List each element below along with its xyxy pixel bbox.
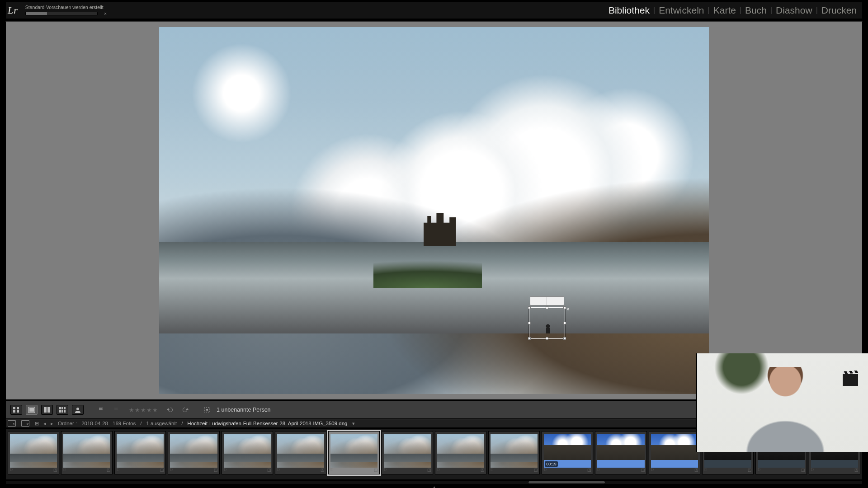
thumb-flag-icon[interactable]: ⚐ <box>543 468 547 474</box>
face-name-input-last[interactable] <box>547 297 564 305</box>
breadcrumb-folder[interactable]: 2018-04-28 <box>81 421 108 426</box>
activity-label: Standard-Vorschauen werden erstellt <box>25 5 104 10</box>
thumb-badge-icon[interactable]: ◳ <box>854 468 859 474</box>
thumb-badge-icon[interactable]: ◳ <box>53 468 57 474</box>
thumb-badge-icon[interactable]: ◳ <box>694 468 698 474</box>
thumb-flag-icon[interactable]: ⚐ <box>223 468 227 474</box>
rotate-cw-button[interactable] <box>179 405 191 415</box>
breadcrumb-menu[interactable]: ▾ <box>352 421 355 427</box>
nav-fwd-icon[interactable]: ▸ <box>51 421 53 427</box>
draw-face-region-button[interactable] <box>201 405 213 415</box>
thumb-flag-icon[interactable]: ⚐ <box>437 468 440 474</box>
thumbnail[interactable]: ⚐◳ <box>435 431 486 474</box>
thumbnail[interactable]: ⚐◳ <box>649 431 700 474</box>
activity-cancel-button[interactable]: × <box>104 11 107 16</box>
module-entwickeln[interactable]: Entwickeln <box>656 5 707 16</box>
view-loupe-button[interactable] <box>26 405 38 415</box>
thumb-flag-icon[interactable]: ⚐ <box>170 468 173 474</box>
module-karte[interactable]: Karte <box>711 5 739 16</box>
thumb-flag-icon[interactable]: ⚐ <box>757 468 761 474</box>
module-drucken[interactable]: Drucken <box>819 5 859 16</box>
rotate-ccw-button[interactable] <box>164 405 176 415</box>
thumb-flag-icon[interactable]: ⚐ <box>651 468 654 474</box>
thumbnail[interactable]: ⚐◳ <box>275 431 326 474</box>
thumb-flag-icon[interactable]: ⚐ <box>597 468 600 474</box>
svg-rect-0 <box>13 407 15 409</box>
thumbnail[interactable]: ⚐◳ <box>595 431 646 474</box>
secondary-monitor-button[interactable]: 2 <box>21 420 29 427</box>
thumb-badge-icon[interactable]: ◳ <box>534 468 538 474</box>
thumbnail[interactable]: ⚐◳ <box>382 431 433 474</box>
photo-scene-island <box>373 229 482 288</box>
rating-star-5[interactable]: ★ <box>152 407 158 413</box>
thumb-badge-icon[interactable]: ◳ <box>214 468 218 474</box>
thumb-badge-icon[interactable]: ◳ <box>748 468 752 474</box>
face-name-input-group[interactable] <box>530 296 564 305</box>
thumb-flag-icon[interactable]: ⚐ <box>330 468 334 474</box>
thumb-badge-icon[interactable]: ◳ <box>801 468 805 474</box>
thumbnail[interactable]: 00:19⚐◳ <box>542 431 593 474</box>
thumb-badge-icon[interactable]: ◳ <box>267 468 271 474</box>
thumb-badge-icon[interactable]: ◳ <box>427 468 431 474</box>
breadcrumb-count: 169 Fotos <box>113 421 136 426</box>
rating-star-3[interactable]: ★ <box>141 407 146 413</box>
svg-rect-2 <box>13 410 15 413</box>
primary-monitor-button[interactable]: 1 <box>8 420 16 427</box>
photo-subject-figure <box>543 324 552 334</box>
thumb-flag-icon[interactable]: ⚐ <box>9 468 13 474</box>
rating-star-2[interactable]: ★ <box>135 407 140 413</box>
thumb-badge-icon[interactable]: ◳ <box>587 468 591 474</box>
clapperboard-icon <box>843 374 858 386</box>
thumbnail[interactable]: ⚐◳ <box>168 431 219 474</box>
view-compare-button[interactable] <box>41 405 53 415</box>
thumb-flag-icon[interactable]: ⚐ <box>383 468 387 474</box>
right-panel-expand[interactable]: ◂ <box>862 198 863 223</box>
thumbnail[interactable]: ⚐◳ <box>328 431 380 474</box>
thumb-flag-icon[interactable]: ⚐ <box>490 468 494 474</box>
breadcrumb-filename[interactable]: Hochzeit-Ludwigshafen-Full-Benkesser-28.… <box>187 421 347 426</box>
face-region-remove[interactable]: × <box>566 307 571 311</box>
thumbnail[interactable]: ⚐◳ <box>222 431 273 474</box>
rating-star-1[interactable]: ★ <box>129 407 134 413</box>
thumb-badge-icon[interactable]: ◳ <box>107 468 111 474</box>
thumb-badge-icon[interactable]: ◳ <box>321 468 325 474</box>
main-photo[interactable]: × <box>159 27 709 394</box>
svg-rect-12 <box>61 410 63 413</box>
module-buch[interactable]: Buch <box>742 5 769 16</box>
thumb-flag-icon[interactable]: ⚐ <box>63 468 66 474</box>
thumbnail[interactable]: ⚐◳ <box>114 431 166 474</box>
thumbnail[interactable]: ⚐◳ <box>8 431 59 474</box>
thumb-flag-icon[interactable]: ⚐ <box>277 468 280 474</box>
activity-indicator: Standard-Vorschauen werden erstellt × <box>25 5 107 16</box>
view-survey-button[interactable] <box>57 405 68 415</box>
thumb-badge-icon[interactable]: ◳ <box>481 468 485 474</box>
module-diashow[interactable]: Diashow <box>773 5 815 16</box>
thumbnail[interactable]: ⚐◳ <box>61 431 113 474</box>
filmstrip-scroll-thumb[interactable] <box>528 481 605 484</box>
flag-reject-button[interactable] <box>111 405 123 415</box>
panel-expand-bottom[interactable]: ▴ <box>433 484 435 488</box>
rating-stars[interactable]: ★★★★★ <box>129 407 158 413</box>
identity-bar: Lr Standard-Vorschauen werden erstellt ×… <box>5 2 863 19</box>
thumb-flag-icon[interactable]: ⚐ <box>116 468 120 474</box>
thumb-badge-icon[interactable]: ◳ <box>641 468 645 474</box>
thumb-badge-icon[interactable]: ◳ <box>160 468 164 474</box>
module-bibliothek[interactable]: Bibliothek <box>606 5 652 16</box>
presenter-webcam-overlay <box>696 353 868 452</box>
nav-back-icon[interactable]: ◂ <box>43 421 46 427</box>
thumb-flag-icon[interactable]: ⚐ <box>811 468 814 474</box>
thumbnail[interactable]: ⚐◳ <box>488 431 540 474</box>
loupe-view[interactable]: ▸ ◂ × <box>5 21 863 400</box>
face-name-input-first[interactable] <box>530 297 547 305</box>
app-logo: Lr <box>8 5 21 15</box>
people-status-label: 1 unbenannte Person <box>217 407 271 413</box>
grid-shortcut-icon[interactable]: ⊞ <box>35 421 39 427</box>
view-people-button[interactable] <box>72 405 84 415</box>
thumb-badge-icon[interactable]: ◳ <box>374 468 378 474</box>
thumb-flag-icon[interactable]: ⚐ <box>704 468 708 474</box>
left-panel-expand[interactable]: ▸ <box>5 198 6 223</box>
filmstrip-scrollbar[interactable] <box>5 480 863 484</box>
view-grid-button[interactable] <box>10 405 22 415</box>
flag-pick-button[interactable] <box>95 405 107 415</box>
rating-star-4[interactable]: ★ <box>146 407 152 413</box>
